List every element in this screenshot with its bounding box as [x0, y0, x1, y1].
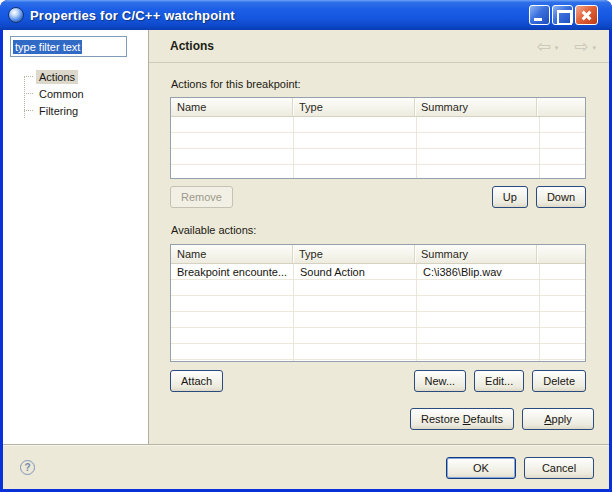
tree-connector — [24, 76, 33, 77]
tree-item-filtering[interactable]: Filtering — [3, 102, 148, 119]
available-actions-label: Available actions: — [171, 224, 594, 236]
column-header-type[interactable]: Type — [293, 245, 415, 263]
edit-button[interactable]: Edit... — [474, 370, 524, 392]
table-body-empty[interactable] — [171, 117, 585, 178]
page-title: Actions — [170, 39, 214, 53]
down-button[interactable]: Down — [536, 186, 586, 208]
sidebar: type filter text Actions Common Filterin… — [3, 30, 149, 444]
tree-connector — [24, 93, 33, 94]
app-icon — [8, 7, 24, 23]
table-body[interactable]: Breakpoint encounte... Sound Action C:\i… — [171, 264, 585, 361]
footer: ? OK Cancel — [3, 446, 609, 489]
close-icon[interactable] — [575, 5, 598, 25]
tree-item-actions[interactable]: Actions — [3, 68, 148, 85]
table-row[interactable]: Breakpoint encounte... Sound Action C:\i… — [171, 264, 585, 279]
forward-icon[interactable]: ⇨ — [574, 38, 588, 55]
new-button[interactable]: New... — [414, 370, 467, 392]
page-header: Actions ⇦ ▾ ⇨ ▾ — [149, 30, 609, 63]
help-icon[interactable]: ? — [20, 460, 35, 475]
properties-dialog: Properties for C/C++ watchpoint type fil… — [0, 0, 612, 492]
minimize-icon[interactable] — [529, 5, 550, 25]
column-header-extra[interactable] — [537, 98, 585, 116]
column-header-summary[interactable]: Summary — [415, 98, 537, 116]
restore-defaults-button[interactable]: Restore Defaults — [410, 408, 514, 430]
column-header-type[interactable]: Type — [293, 98, 415, 116]
back-dropdown-icon[interactable]: ▾ — [555, 40, 559, 53]
back-icon[interactable]: ⇦ — [536, 38, 550, 55]
up-button[interactable]: Up — [492, 186, 528, 208]
column-header-extra[interactable] — [537, 245, 585, 263]
tree-connector — [24, 110, 33, 111]
column-header-name[interactable]: Name — [171, 98, 293, 116]
remove-button[interactable]: Remove — [170, 186, 233, 208]
actions-page: Actions ⇦ ▾ ⇨ ▾ Actions for this breakpo… — [149, 30, 609, 444]
delete-button[interactable]: Delete — [532, 370, 586, 392]
cell-summary: C:\i386\Blip.wav — [417, 266, 540, 278]
table-header: Name Type Summary — [171, 98, 585, 117]
cell-type: Sound Action — [294, 266, 417, 278]
table-header: Name Type Summary — [171, 245, 585, 264]
cancel-button[interactable]: Cancel — [524, 457, 594, 479]
forward-dropdown-icon[interactable]: ▾ — [592, 40, 596, 53]
attach-button[interactable]: Attach — [170, 370, 223, 392]
apply-button[interactable]: Apply — [522, 408, 594, 430]
column-header-summary[interactable]: Summary — [415, 245, 537, 263]
window-title: Properties for C/C++ watchpoint — [30, 8, 527, 23]
maximize-icon[interactable] — [552, 5, 573, 25]
tree-item-common[interactable]: Common — [3, 85, 148, 102]
column-header-name[interactable]: Name — [171, 245, 293, 263]
breakpoint-actions-table[interactable]: Name Type Summary — [170, 97, 586, 179]
cell-name: Breakpoint encounte... — [171, 266, 294, 278]
breakpoint-actions-label: Actions for this breakpoint: — [171, 78, 594, 90]
title-bar[interactable]: Properties for C/C++ watchpoint — [0, 0, 612, 30]
available-actions-table[interactable]: Name Type Summary Breakpoint encounte... — [170, 244, 586, 362]
properties-tree: Actions Common Filtering — [3, 68, 148, 119]
filter-input-text: type filter text — [13, 40, 82, 54]
ok-button[interactable]: OK — [446, 457, 516, 479]
dialog-content: type filter text Actions Common Filterin… — [3, 30, 609, 489]
filter-input[interactable]: type filter text — [10, 36, 127, 57]
